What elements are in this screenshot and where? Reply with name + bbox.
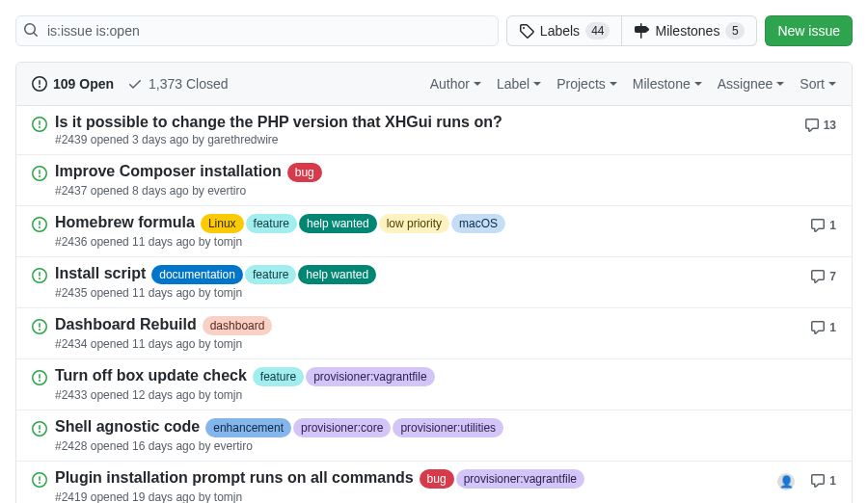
issues-header-row: Labels 44 Milestones 5 New issue bbox=[15, 0, 853, 62]
label[interactable]: feature bbox=[245, 265, 296, 284]
issue-title-link[interactable]: Plugin installation prompt runs on all c… bbox=[55, 469, 414, 487]
label[interactable]: provisioner:utilities bbox=[393, 418, 503, 437]
issues-toolbar: 109 Open 1,373 Closed AuthorLabelProject… bbox=[16, 63, 852, 106]
labels-count: 44 bbox=[585, 22, 610, 40]
issue-labels: Linuxfeaturehelp wantedlow prioritymacOS bbox=[201, 214, 505, 233]
label[interactable]: bug bbox=[287, 163, 322, 182]
search-icon bbox=[23, 22, 39, 38]
issue-body: Shell agnostic codeenhancementprovisione… bbox=[55, 418, 836, 453]
filter-sort[interactable]: Sort bbox=[800, 76, 836, 92]
issue-row: Install scriptdocumentationfeaturehelp w… bbox=[16, 256, 852, 307]
label[interactable]: provisioner:vagrantfile bbox=[456, 469, 584, 489]
issue-row: Is it possible to change the PHP version… bbox=[16, 106, 852, 154]
issue-row: Dashboard Rebuilddashboard#2434 opened 1… bbox=[16, 307, 852, 358]
issue-row: Homebrew formulaLinuxfeaturehelp wantedl… bbox=[16, 205, 852, 256]
label[interactable]: low priority bbox=[379, 214, 449, 233]
issue-right: 1 bbox=[810, 214, 836, 249]
issue-title-link[interactable]: Dashboard Rebuild bbox=[55, 316, 197, 333]
comments-link[interactable]: 13 bbox=[804, 118, 836, 133]
open-count-text: 109 Open bbox=[53, 76, 114, 92]
caret-down-icon bbox=[694, 82, 702, 86]
filter-projects[interactable]: Projects bbox=[556, 76, 617, 92]
caret-down-icon bbox=[474, 82, 481, 86]
assignee-avatar[interactable]: 👤 bbox=[777, 473, 795, 490]
issue-row: Shell agnostic codeenhancementprovisione… bbox=[16, 410, 852, 461]
labels-milestones-group: Labels 44 Milestones 5 bbox=[506, 15, 758, 46]
comments-link[interactable]: 1 bbox=[810, 473, 836, 489]
issue-row: Improve Composer installationbug#2437 op… bbox=[16, 154, 852, 205]
issues-list: Is it possible to change the PHP version… bbox=[16, 106, 852, 503]
issue-open-icon bbox=[32, 367, 55, 402]
issue-body: Install scriptdocumentationfeaturehelp w… bbox=[55, 265, 810, 300]
issue-row: Plugin installation prompt runs on all c… bbox=[16, 461, 852, 503]
closed-count-text: 1,373 Closed bbox=[149, 76, 229, 92]
new-issue-button[interactable]: New issue bbox=[765, 15, 853, 46]
label[interactable]: help wanted bbox=[299, 214, 377, 233]
label[interactable]: enhancement bbox=[205, 418, 291, 437]
filter-assignee[interactable]: Assignee bbox=[718, 76, 785, 92]
issue-meta: #2428 opened 16 days ago by evertiro bbox=[55, 439, 836, 453]
caret-down-icon bbox=[828, 82, 836, 86]
issue-labels: documentationfeaturehelp wanted bbox=[151, 265, 376, 284]
issue-title-link[interactable]: Improve Composer installation bbox=[55, 163, 282, 180]
check-icon bbox=[127, 76, 143, 92]
comments-link[interactable]: 7 bbox=[810, 269, 836, 284]
issue-title-link[interactable]: Turn off box update check bbox=[55, 367, 247, 384]
label[interactable]: documentation bbox=[151, 265, 243, 284]
issue-open-icon bbox=[32, 316, 55, 351]
issue-labels: bugprovisioner:vagrantfile bbox=[420, 469, 584, 489]
label[interactable]: feature bbox=[246, 214, 297, 233]
issue-body: Turn off box update checkfeatureprovisio… bbox=[55, 367, 836, 402]
issue-meta: #2434 opened 11 days ago by tomjn bbox=[55, 337, 810, 351]
issue-labels: featureprovisioner:vagrantfile bbox=[253, 367, 435, 386]
caret-down-icon bbox=[533, 82, 541, 86]
issue-body: Plugin installation prompt runs on all c… bbox=[55, 469, 777, 503]
labels-text: Labels bbox=[540, 21, 580, 40]
issue-open-icon bbox=[32, 265, 55, 300]
issue-open-icon bbox=[32, 469, 55, 503]
issue-labels: enhancementprovisioner:coreprovisioner:u… bbox=[205, 418, 503, 437]
filter-author[interactable]: Author bbox=[430, 76, 481, 92]
issues-list-box: 109 Open 1,373 Closed AuthorLabelProject… bbox=[15, 62, 853, 503]
issue-body: Improve Composer installationbug#2437 op… bbox=[55, 163, 836, 198]
open-issues-tab[interactable]: 109 Open bbox=[32, 76, 114, 92]
filter-bar: AuthorLabelProjectsMilestoneAssigneeSort bbox=[430, 76, 836, 92]
issue-open-icon bbox=[32, 114, 55, 146]
search-input[interactable] bbox=[15, 15, 499, 46]
filter-milestone[interactable]: Milestone bbox=[633, 76, 702, 92]
caret-down-icon bbox=[776, 82, 784, 86]
caret-down-icon bbox=[610, 82, 617, 86]
label[interactable]: macOS bbox=[451, 214, 505, 233]
issue-right: 👤1 bbox=[777, 469, 836, 503]
issue-open-icon bbox=[32, 214, 55, 249]
label[interactable]: dashboard bbox=[203, 316, 273, 335]
milestones-count: 5 bbox=[725, 22, 745, 40]
issue-body: Is it possible to change the PHP version… bbox=[55, 114, 804, 146]
issue-open-icon bbox=[32, 163, 55, 198]
milestones-text: Milestones bbox=[655, 21, 719, 40]
tag-icon bbox=[519, 23, 534, 39]
issue-meta: #2433 opened 12 days ago by tomjn bbox=[55, 388, 836, 402]
milestones-button[interactable]: Milestones 5 bbox=[621, 15, 757, 46]
issue-meta: #2419 opened 19 days ago by tomjn bbox=[55, 490, 777, 503]
label[interactable]: help wanted bbox=[298, 265, 376, 284]
issue-title-link[interactable]: Homebrew formula bbox=[55, 214, 195, 231]
label[interactable]: bug bbox=[420, 469, 454, 489]
labels-button[interactable]: Labels 44 bbox=[506, 15, 623, 46]
closed-issues-tab[interactable]: 1,373 Closed bbox=[127, 76, 229, 92]
issue-right: 1 bbox=[810, 316, 836, 351]
issue-labels: bug bbox=[287, 163, 322, 182]
filter-label[interactable]: Label bbox=[497, 76, 541, 92]
comments-link[interactable]: 1 bbox=[810, 320, 836, 335]
issue-open-icon bbox=[32, 76, 47, 92]
comments-link[interactable]: 1 bbox=[810, 218, 836, 233]
issue-meta: #2436 opened 11 days ago by tomjn bbox=[55, 235, 810, 249]
issue-body: Homebrew formulaLinuxfeaturehelp wantedl… bbox=[55, 214, 810, 249]
label[interactable]: provisioner:vagrantfile bbox=[306, 367, 434, 386]
label[interactable]: feature bbox=[253, 367, 304, 386]
issue-title-link[interactable]: Is it possible to change the PHP version… bbox=[55, 114, 502, 131]
issue-title-link[interactable]: Shell agnostic code bbox=[55, 418, 200, 436]
issue-title-link[interactable]: Install script bbox=[55, 265, 146, 282]
label[interactable]: provisioner:core bbox=[293, 418, 391, 437]
label[interactable]: Linux bbox=[201, 214, 244, 233]
